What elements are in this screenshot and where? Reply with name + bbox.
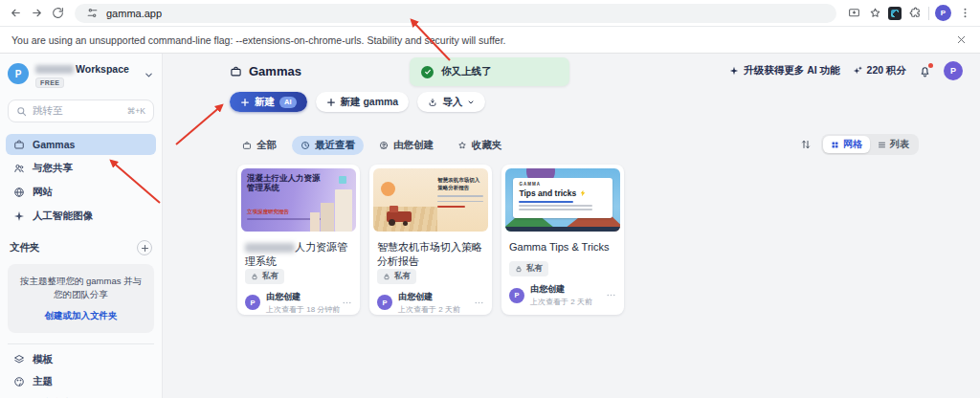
last-viewed-label: 上次查看于 2 天前 <box>530 297 592 307</box>
card-menu-icon[interactable] <box>342 298 352 308</box>
chevron-down-icon <box>144 67 154 84</box>
url-text: gamma.app <box>106 8 162 19</box>
user-avatar[interactable]: P <box>944 61 963 80</box>
plus-icon <box>240 98 250 107</box>
workspace-name: Workspace <box>35 63 129 75</box>
workspace-switcher[interactable]: P Workspace FREE <box>8 63 154 88</box>
gamma-card[interactable]: 混凝土行业人力资源管理系统 立项深度研究报告 人力资源管理系统 私有 <box>237 165 360 315</box>
last-viewed-label: 上次查看于 2 天前 <box>398 304 460 315</box>
extensions-puzzle-icon[interactable] <box>907 6 923 21</box>
view-toggle: 网格 列表 <box>821 134 919 155</box>
search-placeholder: 跳转至 <box>33 104 122 118</box>
view-controls: 网格 列表 <box>800 134 919 155</box>
sidebar-item-custom-fonts[interactable]: 自定义字体 <box>6 394 156 398</box>
warning-text: You are using an unsupported command-lin… <box>11 34 506 46</box>
sort-icon[interactable] <box>800 139 812 150</box>
upgrade-link[interactable]: 升级获得更多 AI 功能 <box>729 64 839 77</box>
list-view-button[interactable]: 列表 <box>870 136 917 153</box>
thumb-subtitle: 立项深度研究报告 <box>247 209 289 215</box>
new-gamma-button[interactable]: 新建 gamma <box>316 92 410 112</box>
sun-illustration <box>381 182 395 196</box>
sidebar-item-shared[interactable]: 与您共享 <box>6 158 156 179</box>
url-bar[interactable]: gamma.app <box>75 4 836 23</box>
screen-share-icon[interactable] <box>846 6 861 21</box>
chevron-down-icon <box>467 97 475 108</box>
person-circle-icon <box>379 141 389 150</box>
close-icon[interactable] <box>953 33 969 48</box>
creator-label: 由您创建 <box>530 283 592 296</box>
gamma-card[interactable]: GAMMA Tips and tricks Gamma Tips & Trick… <box>501 165 624 315</box>
notifications-bell-icon[interactable] <box>919 65 931 77</box>
credits-badge[interactable]: 220 积分 <box>853 64 906 77</box>
sidebar: P Workspace FREE 跳转至 ⌘+K <box>0 54 163 398</box>
extension-icon[interactable] <box>888 7 902 20</box>
filter-created-by-you[interactable]: 由您创建 <box>370 136 442 155</box>
card-thumbnail: 混凝土行业人力资源管理系统 立项深度研究报告 <box>241 168 356 232</box>
sidebar-divider <box>8 343 154 344</box>
privacy-badge: 私有 <box>509 261 548 276</box>
toast-text: 你又上线了 <box>441 65 492 78</box>
browser-profile-avatar[interactable]: P <box>935 5 951 21</box>
import-icon <box>428 98 437 107</box>
briefcase-icon <box>230 65 242 77</box>
card-title: Gamma Tips & Tricks <box>501 235 624 254</box>
folders-title: 文件夹 <box>10 241 40 254</box>
sparkle-plus-icon <box>853 66 862 76</box>
site-settings-icon[interactable] <box>84 6 100 21</box>
sidebar-footer-nav: 模板 主题 自定义字体 <box>6 350 156 398</box>
briefcase-icon <box>13 139 25 150</box>
list-icon <box>878 141 886 149</box>
briefcase-icon <box>242 141 252 150</box>
main-topbar: 升级获得更多 AI 功能 220 积分 P <box>729 61 963 80</box>
plus-icon <box>141 244 149 253</box>
back-icon[interactable] <box>8 6 23 21</box>
folders-empty-text: 按主题整理您的 gammas 并与您的团队分享 <box>16 275 145 302</box>
filter-favorites[interactable]: 收藏夹 <box>449 136 511 155</box>
reload-icon[interactable] <box>50 6 65 21</box>
search-icon <box>16 106 27 117</box>
new-ai-button[interactable]: 新建 AI <box>230 92 307 112</box>
plus-icon <box>326 98 336 107</box>
add-folder-button[interactable] <box>137 240 152 255</box>
thumb-title: Tips and tricks <box>519 188 606 198</box>
card-thumbnail: GAMMA Tips and tricks <box>505 168 620 232</box>
lock-icon <box>251 273 258 280</box>
grid-view-button[interactable]: 网格 <box>823 136 870 153</box>
lock-icon <box>383 273 390 280</box>
search-shortcut: ⌘+K <box>127 106 145 116</box>
card-menu-icon[interactable] <box>606 290 616 300</box>
sidebar-item-gammas[interactable]: Gammas <box>6 134 156 155</box>
gamma-card[interactable]: 智慧农机市场切入策略分析报告 智慧农机市场切入策略分析报告 私有 P <box>369 165 492 315</box>
card-menu-icon[interactable] <box>474 298 484 308</box>
sidebar-item-themes[interactable]: 主题 <box>6 372 156 392</box>
sidebar-item-sites[interactable]: 网站 <box>6 182 156 203</box>
app-shell: P Workspace FREE 跳转至 ⌘+K <box>0 54 980 398</box>
online-toast: 你又上线了 <box>410 57 569 86</box>
browser-menu-icon[interactable] <box>957 6 972 21</box>
create-folder-link[interactable]: 创建或加入文件夹 <box>16 310 145 322</box>
thumb-title: 混凝土行业人力资源管理系统 <box>247 173 321 193</box>
globe-icon <box>13 187 25 198</box>
sidebar-item-templates[interactable]: 模板 <box>6 350 156 370</box>
browser-toolbar: gamma.app P <box>0 0 980 27</box>
forward-icon[interactable] <box>29 6 44 21</box>
plan-badge: FREE <box>35 77 64 88</box>
lock-icon <box>515 265 523 273</box>
main-content: Gammas 升级获得更多 AI 功能 220 积分 P <box>163 54 980 398</box>
sidebar-item-ai-images[interactable]: 人工智能图像 <box>6 206 156 227</box>
card-title: 智慧农机市场切入策略分析报告 <box>369 235 492 269</box>
last-viewed-label: 上次查看于 18 分钟前 <box>266 304 336 315</box>
redacted-title-prefix <box>245 243 295 253</box>
screen: gamma.app P You are using an unsupported… <box>0 0 980 398</box>
lightning-icon <box>579 189 587 197</box>
sidebar-nav: Gammas 与您共享 网站 <box>6 134 156 227</box>
bookmark-star-icon[interactable] <box>867 6 882 21</box>
harvester-illustration <box>387 211 412 222</box>
people-icon <box>13 163 25 174</box>
check-circle-icon <box>421 66 434 78</box>
building-illustration <box>335 189 352 232</box>
filter-all[interactable]: 全部 <box>234 136 285 155</box>
search-input[interactable]: 跳转至 ⌘+K <box>8 100 154 122</box>
import-button[interactable]: 导入 <box>417 92 485 112</box>
filter-recently-viewed[interactable]: 最近查看 <box>292 136 364 155</box>
